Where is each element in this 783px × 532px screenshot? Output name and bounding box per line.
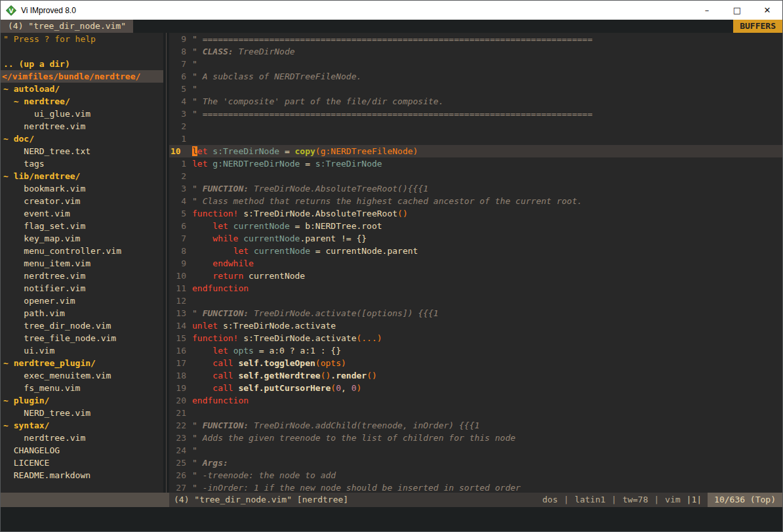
- tree-line-file[interactable]: path.vim: [1, 307, 163, 319]
- code-line[interactable]: 9" =====================================…: [169, 33, 782, 45]
- tree-line-file[interactable]: opener.vim: [1, 295, 163, 307]
- tree-line-file[interactable]: event.vim: [1, 207, 163, 220]
- command-line[interactable]: [1, 507, 782, 531]
- tree-line-file[interactable]: ui_glue.vim: [1, 108, 163, 120]
- tree-line-file[interactable]: tree_dir_node.vim: [1, 319, 163, 332]
- code-line[interactable]: 5": [169, 83, 782, 95]
- line-number: 22: [169, 419, 186, 432]
- code-line[interactable]: 7 while currentNode.parent != {}: [169, 232, 782, 245]
- code-line[interactable]: 16 let opts = a:0 ? a:1 : {}: [169, 344, 782, 357]
- tree-line-file[interactable]: creator.vim: [1, 195, 163, 207]
- code-line[interactable]: 22" FUNCTION: TreeDirNode.addChild(treen…: [169, 419, 782, 432]
- tree-line-file[interactable]: LICENCE: [1, 457, 163, 469]
- tree-line-dir[interactable]: ~ nerdtree/: [1, 95, 163, 108]
- tree-line-dir[interactable]: ~ lib/nerdtree/: [1, 170, 163, 182]
- tree-line-file[interactable]: ui.vim: [1, 344, 163, 357]
- code-line[interactable]: 8 let currentNode = currentNode.parent: [169, 245, 782, 257]
- code-line[interactable]: 21: [169, 407, 782, 419]
- window-controls: – □ ✕: [692, 1, 782, 20]
- window-separator[interactable]: [163, 33, 169, 493]
- tree-line-dir[interactable]: ~ nerdtree_plugin/: [1, 357, 163, 369]
- tree-line-file[interactable]: nerdtree.vim: [1, 120, 163, 133]
- code-line[interactable]: 20endfunction: [169, 394, 782, 407]
- code-line[interactable]: 11endfunction: [169, 282, 782, 295]
- code-line[interactable]: 27" -inOrder: 1 if the new node should b…: [169, 481, 782, 493]
- tab-tree-dir-node[interactable]: (4) "tree_dir_node.vim": [1, 20, 133, 33]
- code-line[interactable]: 12: [169, 295, 782, 307]
- tree-line-dir[interactable]: ~ plugin/: [1, 394, 163, 407]
- statusline-encoding: latin1: [574, 493, 605, 507]
- code-line[interactable]: 2: [169, 170, 782, 182]
- minimize-button[interactable]: –: [692, 1, 722, 20]
- code-line[interactable]: 5function! s:TreeDirNode.AbsoluteTreeRoo…: [169, 207, 782, 220]
- tree-line-file[interactable]: key_map.vim: [1, 232, 163, 245]
- tree-line-file[interactable]: notifier.vim: [1, 282, 163, 295]
- nerdtree-panel[interactable]: " Press ? for help .. (up a dir)</vimfil…: [1, 33, 163, 493]
- code-line[interactable]: 25" Args:: [169, 457, 782, 469]
- line-number: 8: [169, 45, 186, 58]
- code-text: unlet s:TreeDirNode.activate: [192, 319, 336, 332]
- tree-line-dir[interactable]: ~ doc/: [1, 133, 163, 145]
- code-line[interactable]: 3" =====================================…: [169, 108, 782, 120]
- tree-line-file[interactable]: nerdtree.vim: [1, 270, 163, 282]
- tree-line-root[interactable]: </vimfiles/bundle/nerdtree/: [1, 70, 163, 83]
- tree-line-dir[interactable]: ~ syntax/: [1, 419, 163, 432]
- code-line[interactable]: 2: [169, 120, 782, 133]
- maximize-button[interactable]: □: [722, 1, 752, 20]
- tabline: (4) "tree_dir_node.vim" BUFFERS: [1, 20, 782, 33]
- code-line[interactable]: 1let g:NERDTreeDirNode = s:TreeDirNode: [169, 157, 782, 170]
- tree-line-help[interactable]: " Press ? for help: [1, 33, 163, 45]
- tree-line-file[interactable]: menu_item.vim: [1, 257, 163, 270]
- line-number: 19: [169, 382, 186, 394]
- code-line[interactable]: 7": [169, 58, 782, 70]
- code-line[interactable]: 6 let currentNode = b:NERDTree.root: [169, 220, 782, 232]
- code-line[interactable]: 4" The 'composite' part of the file/dir …: [169, 95, 782, 108]
- code-text: return currentNode: [192, 270, 305, 282]
- code-line[interactable]: 13" FUNCTION: TreeDirNode.activate([opti…: [169, 307, 782, 319]
- code-line[interactable]: 6" A subclass of NERDTreeFileNode.: [169, 70, 782, 83]
- tree-line-file[interactable]: NERD_tree.vim: [1, 407, 163, 419]
- code-line[interactable]: 10 return currentNode: [169, 270, 782, 282]
- line-number: 1: [169, 157, 186, 170]
- tree-line-file[interactable]: nerdtree.vim: [1, 432, 163, 444]
- code-line-cursor[interactable]: 10let s:TreeDirNode = copy(g:NERDTreeFil…: [169, 145, 782, 157]
- tree-line-file[interactable]: exec_menuitem.vim: [1, 369, 163, 382]
- code-text: let g:NERDTreeDirNode = s:TreeDirNode: [192, 157, 382, 170]
- code-text: while currentNode.parent != {}: [192, 232, 367, 245]
- tree-line-file[interactable]: CHANGELOG: [1, 444, 163, 457]
- code-line[interactable]: 18 call self.getNerdtree().render(): [169, 369, 782, 382]
- code-line[interactable]: 1: [169, 133, 782, 145]
- vim-icon: V: [6, 5, 16, 16]
- code-line[interactable]: 4" Class method that returns the highest…: [169, 195, 782, 207]
- editor-panel[interactable]: 9" =====================================…: [169, 33, 782, 493]
- code-line[interactable]: 17 call self.toggleOpen(opts): [169, 357, 782, 369]
- tree-line-updir[interactable]: .. (up a dir): [1, 58, 163, 70]
- tree-line-file[interactable]: NERD_tree.txt: [1, 145, 163, 157]
- tree-line-file[interactable]: bookmark.vim: [1, 182, 163, 195]
- tree-line-file[interactable]: flag_set.vim: [1, 220, 163, 232]
- tree-line-file[interactable]: fs_menu.vim: [1, 382, 163, 394]
- code-line[interactable]: 23" Adds the given treenode to the list …: [169, 432, 782, 444]
- code-line[interactable]: 8" CLASS: TreeDirNode: [169, 45, 782, 58]
- line-number: 2: [169, 120, 186, 133]
- code-text: let currentNode = currentNode.parent: [192, 245, 418, 257]
- statusline-filetype: vim: [665, 493, 680, 507]
- tree-line-file[interactable]: tree_file_node.vim: [1, 332, 163, 344]
- code-text: let s:TreeDirNode = copy(g:NERDTreeFileN…: [192, 145, 418, 157]
- code-line[interactable]: 15function! s:TreeDirNode.activate(...): [169, 332, 782, 344]
- line-number: 3: [169, 182, 186, 195]
- code-line[interactable]: 19 call self.putCursorHere(0, 0): [169, 382, 782, 394]
- code-line[interactable]: 9 endwhile: [169, 257, 782, 270]
- code-line[interactable]: 24": [169, 444, 782, 457]
- code-line[interactable]: 14unlet s:TreeDirNode.activate: [169, 319, 782, 332]
- close-button[interactable]: ✕: [752, 1, 782, 20]
- tree-line-dir[interactable]: ~ autoload/: [1, 83, 163, 95]
- tree-line-file[interactable]: menu_controller.vim: [1, 245, 163, 257]
- line-number: 7: [169, 58, 186, 70]
- line-number: 21: [169, 407, 186, 419]
- code-line[interactable]: 26" -treenode: the node to add: [169, 469, 782, 481]
- code-text: " FUNCTION: TreeDirNode.AbsoluteTreeRoot…: [192, 182, 428, 195]
- tree-line-file[interactable]: tags: [1, 157, 163, 170]
- code-line[interactable]: 3" FUNCTION: TreeDirNode.AbsoluteTreeRoo…: [169, 182, 782, 195]
- tree-line-file[interactable]: README.markdown: [1, 469, 163, 481]
